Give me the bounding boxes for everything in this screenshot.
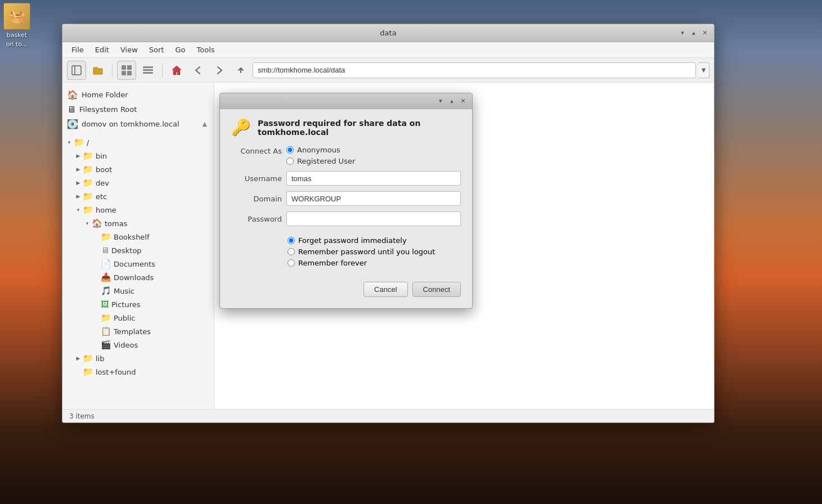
parent-folder-button[interactable] (88, 61, 107, 80)
tree-label-root: / (87, 138, 89, 147)
tree-folder-icon-home: 📁 (83, 205, 93, 215)
tree-item-root[interactable]: ▾ 📁 / (62, 136, 214, 149)
tree-item-desktop[interactable]: 🖥 Desktop (62, 244, 214, 257)
remember-logout-radio[interactable] (288, 248, 295, 255)
tree-toggle-lib[interactable]: ▶ (74, 354, 83, 363)
dialog-buttons: Cancel Connect (231, 282, 461, 297)
eject-icon[interactable]: ▲ (203, 120, 207, 128)
remember-forever-radio[interactable] (288, 259, 295, 267)
icon-view-button[interactable] (117, 61, 136, 80)
tree-item-home[interactable]: ▾ 📁 home (62, 203, 214, 217)
list-view-button[interactable] (138, 61, 158, 80)
network-share-icon: 💽 (67, 119, 78, 129)
dialog-close-button[interactable]: ✕ (459, 97, 468, 106)
sidebar-filesystem-root[interactable]: 🖥 Filesystem Root (62, 102, 214, 116)
address-bar[interactable] (253, 62, 696, 78)
on-to-label: on to... (6, 40, 28, 48)
tree-toggle-boot[interactable]: ▶ (74, 165, 83, 174)
password-options: Forget password immediately Remember pas… (288, 236, 461, 267)
tree-item-tomas[interactable]: ▾ 🏠 tomas (62, 217, 214, 230)
tree-label-music: Music (114, 287, 134, 295)
tree-toggle-documents (92, 259, 101, 268)
username-input[interactable] (286, 171, 461, 186)
tree-folder-icon-root: 📁 (74, 137, 84, 147)
tree-item-templates[interactable]: 📋 Templates (62, 325, 214, 338)
tree-item-lost-found[interactable]: 📁 lost+found (62, 365, 214, 379)
tree-item-downloads[interactable]: 📥 Downloads (62, 271, 214, 284)
minimize-button[interactable]: ▾ (678, 29, 687, 38)
tree-item-dev[interactable]: ▶ 📁 dev (62, 176, 214, 190)
tree-toggle-downloads (92, 273, 101, 282)
close-button[interactable]: ✕ (700, 29, 709, 38)
tree-item-music[interactable]: 🎵 Music (62, 284, 214, 298)
tree-toggle-home[interactable]: ▾ (74, 205, 83, 214)
lock-key-icon: 🔑 (231, 118, 251, 137)
anonymous-radio[interactable] (286, 146, 294, 154)
connect-as-row: Connect As Anonymous Registered User (231, 146, 461, 165)
tree-toggle-bin[interactable]: ▶ (74, 151, 83, 160)
tree-item-pictures[interactable]: 🖼 Pictures (62, 298, 214, 311)
tree-label-lib: lib (96, 354, 104, 363)
tree-item-public[interactable]: 📁 Public (62, 311, 214, 325)
basket-desktop-icon[interactable]: 🧺 basket on to... (0, 0, 34, 62)
dialog-minimize-button[interactable]: ▾ (436, 97, 445, 106)
tree-folder-icon-lost-found: 📁 (83, 367, 93, 377)
sidebar-network-share[interactable]: 💽 domov on tomkhome.local ▲ (62, 116, 214, 131)
svg-rect-3 (127, 65, 132, 70)
home-button[interactable] (167, 61, 186, 80)
menu-bar: File Edit View Sort Go Tools (62, 42, 714, 58)
remember-logout-label[interactable]: Remember password until you logout (288, 248, 461, 256)
toolbar: ▼ (62, 58, 714, 83)
tree-toggle-dev[interactable]: ▶ (74, 178, 83, 187)
domain-input[interactable] (286, 191, 461, 206)
tree-folder-icon-dev: 📁 (83, 178, 93, 188)
forward-button[interactable] (210, 61, 229, 80)
tree-label-dev: dev (96, 179, 109, 187)
tree-item-etc[interactable]: ▶ 📁 etc (62, 190, 214, 203)
forget-immediately-text: Forget password immediately (298, 236, 407, 245)
status-bar: 3 items (62, 409, 714, 422)
connect-as-label: Connect As (231, 146, 282, 155)
tree-item-lib[interactable]: ▶ 📁 lib (62, 352, 214, 365)
dialog-title-bar: ▾ ▴ ✕ (220, 93, 472, 109)
anonymous-radio-label[interactable]: Anonymous (286, 146, 355, 154)
maximize-button[interactable]: ▴ (689, 29, 698, 38)
dialog-header-title: Password required for share data on tomk… (258, 119, 461, 137)
tree-item-bookshelf[interactable]: 📁 Bookshelf (62, 230, 214, 244)
remember-forever-text: Remember forever (298, 259, 367, 267)
tree-toggle-root[interactable]: ▾ (65, 138, 74, 147)
menu-go[interactable]: Go (170, 44, 190, 56)
cancel-button[interactable]: Cancel (363, 282, 407, 297)
remember-forever-label[interactable]: Remember forever (288, 259, 461, 267)
menu-edit[interactable]: Edit (91, 44, 114, 56)
tree-item-videos[interactable]: 🎬 Videos (62, 338, 214, 352)
tree-item-documents[interactable]: 📄 Documents (62, 257, 214, 271)
menu-file[interactable]: File (67, 44, 88, 56)
tree-toggle-music (92, 286, 101, 295)
home-folder-label: Home Folder (82, 91, 128, 99)
tree-toggle-etc[interactable]: ▶ (74, 192, 83, 201)
toolbar-separator-1 (112, 64, 113, 77)
back-button[interactable] (188, 61, 208, 80)
svg-rect-8 (143, 72, 153, 74)
tree-toggle-tomas[interactable]: ▾ (83, 219, 92, 228)
home-folder-icon: 🏠 (67, 89, 78, 100)
menu-sort[interactable]: Sort (145, 44, 169, 56)
forget-immediately-label[interactable]: Forget password immediately (288, 236, 461, 245)
address-dropdown-button[interactable]: ▼ (698, 62, 709, 78)
registered-user-radio-label[interactable]: Registered User (286, 157, 355, 165)
connect-button[interactable]: Connect (412, 282, 461, 297)
tree-music-icon: 🎵 (101, 286, 111, 296)
toggle-sidebar-button[interactable] (67, 61, 86, 80)
menu-view[interactable]: View (116, 44, 142, 56)
tree-pictures-icon: 🖼 (101, 299, 109, 309)
password-input[interactable] (286, 212, 461, 226)
tree-item-bin[interactable]: ▶ 📁 bin (62, 149, 214, 163)
registered-user-radio[interactable] (286, 158, 294, 165)
up-button[interactable] (231, 61, 250, 80)
dialog-maximize-button[interactable]: ▴ (447, 97, 456, 106)
tree-item-boot[interactable]: ▶ 📁 boot (62, 163, 214, 176)
menu-tools[interactable]: Tools (192, 44, 219, 56)
sidebar-home-folder[interactable]: 🏠 Home Folder (62, 87, 214, 102)
forget-immediately-radio[interactable] (288, 237, 295, 244)
